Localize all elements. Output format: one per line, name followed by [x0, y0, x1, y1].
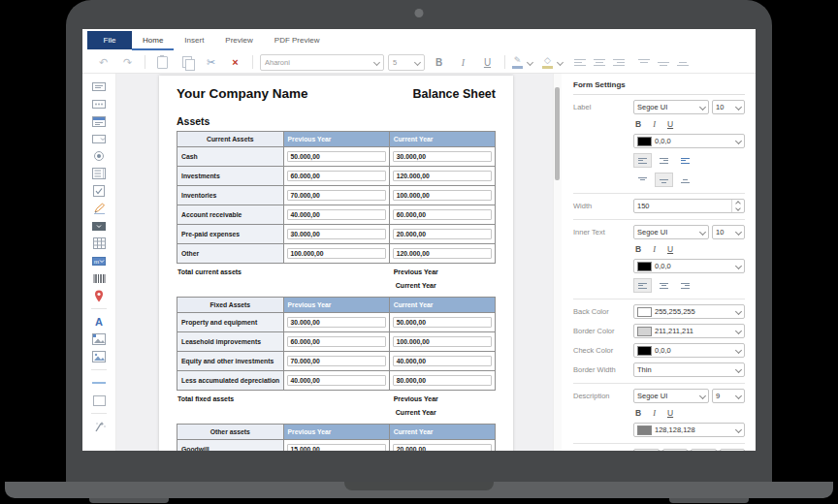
amount-input-previous[interactable]: 40.000,00: [287, 375, 386, 386]
label-underline-button[interactable]: U: [667, 119, 673, 129]
border-width-select[interactable]: Thin: [633, 362, 745, 377]
amount-input-previous[interactable]: 30.000,00: [287, 229, 386, 239]
combo-box-icon[interactable]: [91, 132, 107, 145]
picture-icon[interactable]: [91, 350, 107, 363]
amount-input-previous[interactable]: 15.000,00: [287, 444, 386, 451]
inner-text-size-select[interactable]: 10: [712, 225, 745, 239]
barcode-icon[interactable]: [91, 271, 107, 285]
fill-color-icon[interactable]: ◇: [540, 56, 555, 69]
amount-input-current[interactable]: 100.000,00: [393, 336, 492, 347]
image-field-icon[interactable]: [91, 332, 107, 346]
amount-input-previous[interactable]: 70.000,00: [287, 190, 386, 201]
inner-align-center-button[interactable]: [655, 278, 673, 293]
label-bold-button[interactable]: B: [635, 119, 641, 129]
amount-input-previous[interactable]: 60.000,00: [287, 171, 386, 181]
company-name-field[interactable]: Your Company Name: [177, 86, 308, 101]
check-box-icon[interactable]: [91, 184, 107, 198]
label-font-size-select[interactable]: 10: [712, 100, 745, 114]
inner-text-color-select[interactable]: 0,0,0: [633, 259, 745, 273]
padding-top-input[interactable]: ↑8: [662, 449, 689, 451]
vertical-scrollbar[interactable]: [553, 74, 562, 451]
inner-underline-button[interactable]: U: [667, 244, 673, 254]
label-position-top-button[interactable]: [676, 153, 694, 168]
inner-text-font-select[interactable]: Segoe UI: [633, 225, 709, 239]
inner-align-right-button[interactable]: [676, 278, 694, 293]
bold-button[interactable]: B: [430, 54, 448, 70]
chevron-down-icon[interactable]: [557, 58, 564, 65]
line-icon[interactable]: [91, 376, 107, 390]
check-color-select[interactable]: 0,0,0: [633, 343, 745, 358]
description-color-select[interactable]: 128,128,128: [633, 423, 745, 437]
delete-icon[interactable]: ×: [226, 54, 244, 70]
amount-input-current[interactable]: 120.000,00: [393, 171, 492, 181]
align-left-icon[interactable]: [574, 59, 586, 66]
tab-insert[interactable]: Insert: [174, 30, 214, 50]
padding-right-input[interactable]: →8: [691, 449, 717, 451]
font-text-icon[interactable]: A: [91, 315, 107, 329]
border-color-select[interactable]: 211,211,211: [633, 324, 745, 338]
masked-text-box-icon[interactable]: [91, 97, 107, 110]
italic-button[interactable]: I: [454, 54, 472, 70]
amount-input-previous[interactable]: 40.000,00: [287, 209, 386, 220]
amount-input-previous[interactable]: 30.000,00: [287, 317, 386, 328]
description-size-select[interactable]: 9: [712, 389, 745, 403]
desc-italic-button[interactable]: I: [653, 408, 656, 418]
inner-bold-button[interactable]: B: [635, 244, 641, 254]
padding-bottom-input[interactable]: ↓8: [720, 449, 746, 451]
amount-input-current[interactable]: 100.000,00: [393, 190, 492, 201]
description-font-select[interactable]: Segoe UI: [633, 389, 709, 403]
amount-input-previous[interactable]: 70.000,00: [287, 356, 386, 366]
desc-underline-button[interactable]: U: [667, 408, 673, 418]
scrollbar-thumb[interactable]: [555, 87, 560, 180]
drop-down-icon[interactable]: [91, 219, 107, 233]
align-right-icon[interactable]: [613, 59, 625, 66]
tab-preview[interactable]: Preview: [214, 30, 263, 50]
font-color-icon[interactable]: ✎: [510, 56, 525, 69]
rich-text-box-icon[interactable]: [91, 114, 107, 128]
label-valign-top-button[interactable]: [633, 173, 652, 187]
copy-icon[interactable]: [177, 54, 196, 70]
magic-settings-icon[interactable]: [91, 420, 107, 433]
chevron-down-icon[interactable]: [527, 58, 533, 65]
tab-home[interactable]: Home: [132, 30, 174, 50]
underline-button[interactable]: U: [478, 54, 497, 70]
amount-input-previous[interactable]: 100.000,00: [287, 248, 386, 259]
paste-icon[interactable]: [153, 54, 172, 70]
signature-icon[interactable]: [91, 202, 107, 215]
amount-input-current[interactable]: 120.000,00: [393, 248, 492, 259]
grid-icon[interactable]: [91, 236, 107, 250]
map-pin-icon[interactable]: [91, 289, 107, 302]
list-box-icon[interactable]: [91, 167, 107, 180]
rectangle-icon[interactable]: [91, 394, 107, 407]
label-position-right-button[interactable]: [655, 153, 673, 168]
font-family-select[interactable]: Aharoni: [260, 54, 384, 71]
tab-pdf-preview[interactable]: PDF Preview: [264, 30, 331, 50]
amount-input-current[interactable]: 50.000,00: [393, 317, 492, 328]
amount-input-previous[interactable]: 50.000,00: [287, 151, 386, 162]
label-position-left-button[interactable]: [633, 153, 652, 168]
cut-icon[interactable]: ✂: [202, 54, 220, 70]
label-italic-button[interactable]: I: [653, 119, 656, 129]
label-font-select[interactable]: Segoe UI: [633, 100, 709, 114]
undo-icon[interactable]: ↶: [94, 54, 113, 70]
label-valign-middle-button[interactable]: [655, 173, 673, 187]
back-color-select[interactable]: 255,255,255: [633, 304, 745, 319]
valign-middle-icon[interactable]: [658, 59, 669, 66]
valign-top-icon[interactable]: [638, 59, 650, 66]
inner-italic-button[interactable]: I: [653, 244, 656, 254]
stepper-arrows-icon[interactable]: [731, 200, 744, 212]
amount-input-current[interactable]: 60.000,00: [393, 209, 492, 220]
amount-input-current[interactable]: 80.000,00: [393, 375, 492, 386]
label-color-select[interactable]: 0,0,0: [633, 134, 745, 148]
combo-box-active-icon[interactable]: m: [91, 254, 107, 268]
file-menu-button[interactable]: File: [87, 31, 132, 49]
valign-bottom-icon[interactable]: [677, 59, 689, 66]
amount-input-current[interactable]: 20.000,00: [393, 444, 492, 451]
amount-input-current[interactable]: 40.000,00: [393, 356, 492, 366]
text-box-icon[interactable]: [91, 79, 107, 93]
desc-bold-button[interactable]: B: [635, 408, 641, 418]
align-center-icon[interactable]: [594, 59, 605, 66]
radio-button-icon[interactable]: [91, 149, 107, 163]
padding-left-input[interactable]: ←8: [633, 449, 660, 451]
amount-input-previous[interactable]: 60.000,00: [287, 336, 386, 347]
